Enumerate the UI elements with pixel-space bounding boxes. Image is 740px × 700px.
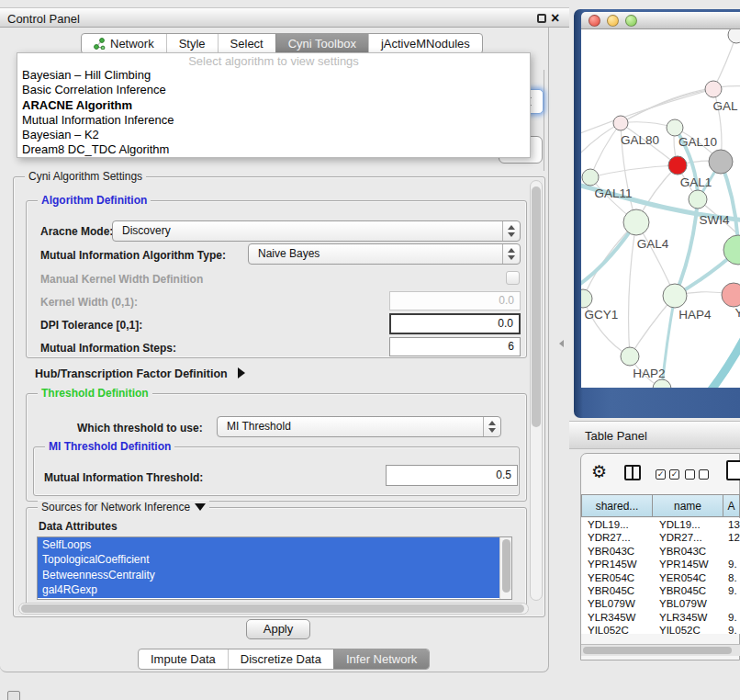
- table-body[interactable]: YDL19...YDL19...13YDR27...YDR27...12YBR0…: [581, 518, 740, 634]
- table-cell: [723, 545, 740, 558]
- network-node[interactable]: [581, 289, 592, 308]
- mac-zoom-icon[interactable]: [625, 15, 637, 27]
- mi-threshold-field[interactable]: 0.5: [386, 465, 518, 486]
- list-scrollbar[interactable]: [499, 537, 511, 599]
- dpi-tolerance-field[interactable]: 0.0: [389, 313, 521, 334]
- network-node[interactable]: [709, 150, 733, 174]
- combo-arrows-icon: [502, 221, 520, 241]
- tab-discretize-data[interactable]: Discretize Data: [228, 649, 333, 669]
- network-node[interactable]: [613, 116, 628, 130]
- tab-impute-data[interactable]: Impute Data: [139, 649, 228, 669]
- columns-icon[interactable]: [624, 465, 641, 480]
- network-node[interactable]: [621, 347, 639, 366]
- attribute-item[interactable]: gal4RGexp: [38, 582, 511, 597]
- deselect-all-icon[interactable]: [685, 469, 709, 480]
- network-node[interactable]: [663, 284, 687, 308]
- mi-type-select[interactable]: Naive Bayes: [248, 243, 521, 265]
- sources-section-toggle[interactable]: Sources for Network Inference: [38, 501, 209, 514]
- dropdown-item[interactable]: Basic Correlation Inference: [17, 83, 530, 97]
- table-row[interactable]: YLR345WYLR345W9.: [581, 611, 740, 624]
- scrollbar-thumb[interactable]: [583, 647, 732, 654]
- network-edge: [581, 123, 621, 158]
- apply-button[interactable]: Apply: [246, 619, 310, 639]
- table-cell: 9.: [723, 558, 740, 570]
- select-all-icon[interactable]: ✓ ✓: [656, 469, 679, 480]
- table-row[interactable]: YER054CYER054C8.: [581, 571, 740, 584]
- column-header-partial[interactable]: A: [723, 494, 740, 517]
- threshold-select[interactable]: MI Threshold: [217, 416, 501, 437]
- table-cell: YBR043C: [653, 545, 723, 558]
- data-attributes-list[interactable]: SelfLoops TopologicalCoefficient Between…: [37, 536, 512, 600]
- table-row[interactable]: YBR043CYBR043C: [581, 545, 740, 558]
- panel-grip-icon[interactable]: [7, 691, 20, 700]
- table-cell: 9.: [723, 611, 740, 624]
- close-icon[interactable]: ×: [551, 9, 559, 28]
- float-window-icon[interactable]: [537, 14, 546, 23]
- hub-section-toggle[interactable]: Hub/Transcription Factor Definition: [35, 367, 245, 380]
- network-node[interactable]: [722, 283, 740, 307]
- tab-jactivemnodules[interactable]: jActiveMNodules: [368, 34, 482, 53]
- control-panel-tabbar: Network Style Select Cyni Toolbox jActiv…: [81, 33, 483, 54]
- network-node[interactable]: [582, 169, 599, 186]
- column-header-name[interactable]: name: [653, 494, 723, 517]
- gear-icon[interactable]: ⚙: [591, 462, 607, 482]
- manual-kernel-label: Manual Kernel Width Definition: [40, 273, 203, 286]
- column-header-shared-name[interactable]: shared...: [581, 494, 653, 517]
- network-edge: [590, 123, 621, 177]
- control-panel-titlebar[interactable]: Control Panel ×: [0, 7, 569, 28]
- tab-cyni-toolbox[interactable]: Cyni Toolbox: [275, 34, 368, 53]
- network-icon: [94, 38, 106, 50]
- network-graph[interactable]: GALGAL80GAL10GAL1GAL11SWI4GAL4GCY1HAP4YH…: [581, 29, 740, 388]
- aracne-mode-select[interactable]: Discovery: [112, 220, 521, 242]
- network-node[interactable]: [667, 119, 683, 136]
- node-label: GAL11: [594, 186, 632, 200]
- file-icon[interactable]: [726, 460, 740, 480]
- table-panel-titlebar[interactable]: Table Panel: [569, 421, 740, 449]
- dropdown-item[interactable]: Bayesian – Hill Climbing: [17, 68, 530, 83]
- attribute-item[interactable]: TopologicalCoefficient: [38, 552, 511, 567]
- table-cell: YPR145W: [581, 558, 653, 570]
- settings-vertical-scrollbar[interactable]: [530, 180, 543, 601]
- dropdown-item[interactable]: Bayesian – K2: [17, 128, 530, 142]
- table-horizontal-scrollbar[interactable]: [581, 644, 740, 656]
- divider-grip-icon[interactable]: [559, 340, 564, 347]
- mi-steps-field[interactable]: 6: [389, 337, 521, 356]
- dropdown-item-selected[interactable]: ARACNE Algorithm: [17, 98, 530, 113]
- tab-infer-network[interactable]: Infer Network: [333, 649, 429, 669]
- mac-close-icon[interactable]: [589, 15, 600, 27]
- network-node[interactable]: [689, 190, 707, 209]
- network-window-titlebar[interactable]: [581, 12, 740, 29]
- chevron-down-icon: [195, 503, 206, 511]
- network-canvas[interactable]: GALGAL80GAL10GAL1GAL11SWI4GAL4GCY1HAP4YH…: [581, 29, 740, 388]
- table-row[interactable]: YIL052CYIL052C9.: [581, 624, 740, 634]
- mac-minimize-icon[interactable]: [607, 15, 619, 27]
- tab-network[interactable]: Network: [82, 34, 166, 53]
- attribute-item[interactable]: BetweennessCentrality: [38, 568, 511, 582]
- table-row[interactable]: YPR145WYPR145W9.: [581, 558, 740, 570]
- scrollbar-thumb[interactable]: [21, 604, 524, 613]
- tab-select[interactable]: Select: [218, 34, 275, 53]
- aracne-mode-value: Discovery: [122, 224, 171, 237]
- dropdown-item[interactable]: Dream8 DC_TDC Algorithm: [17, 142, 530, 157]
- table-row[interactable]: YBL079WYBL079W: [581, 597, 740, 610]
- network-node[interactable]: [623, 209, 649, 235]
- settings-horizontal-scrollbar[interactable]: [18, 603, 529, 615]
- tab-style[interactable]: Style: [166, 34, 218, 53]
- attribute-item[interactable]: SelfLoops: [38, 537, 511, 552]
- table-row[interactable]: YDL19...YDL19...13: [581, 518, 740, 531]
- scrollbar-thumb[interactable]: [502, 539, 510, 593]
- network-node[interactable]: [668, 156, 687, 175]
- table-cell: YIL052C: [581, 624, 653, 634]
- table-cell: YBR045C: [581, 584, 653, 597]
- table-cell: YDR27...: [653, 531, 723, 544]
- scrollbar-thumb[interactable]: [532, 186, 541, 427]
- kernel-width-field[interactable]: 0.0: [389, 291, 521, 310]
- network-node[interactable]: [705, 81, 722, 97]
- table-row[interactable]: YDR27...YDR27...12: [581, 531, 740, 544]
- network-node[interactable]: [728, 29, 740, 43]
- table-row[interactable]: YBR045CYBR045C9.: [581, 584, 740, 597]
- manual-kernel-checkbox[interactable]: [506, 271, 520, 285]
- dropdown-item[interactable]: Mutual Information Inference: [17, 113, 530, 128]
- network-node[interactable]: [653, 379, 671, 388]
- network-edge: [590, 165, 678, 177]
